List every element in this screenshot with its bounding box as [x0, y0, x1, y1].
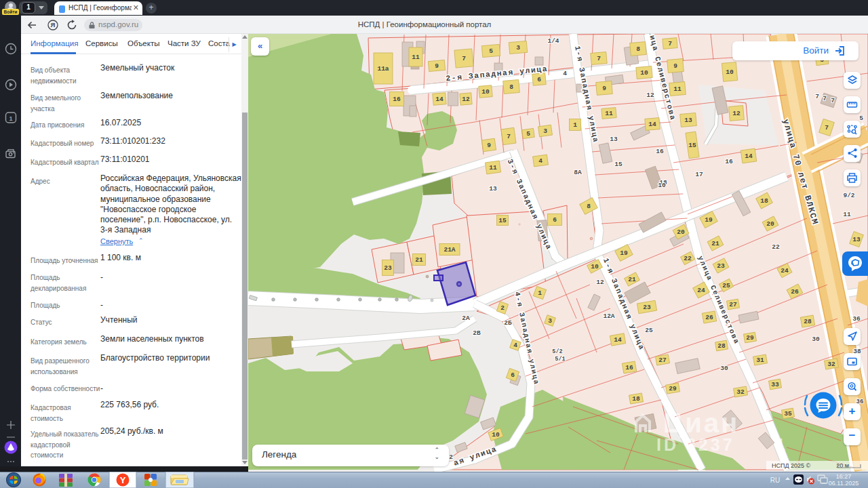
svg-text:1: 1 — [538, 289, 542, 297]
svg-text:29: 29 — [669, 385, 677, 392]
svg-text:12: 12 — [732, 110, 741, 117]
svg-text:15: 15 — [688, 142, 696, 149]
svg-text:19: 19 — [705, 216, 713, 224]
svg-text:8: 8 — [636, 45, 640, 53]
svg-text:19: 19 — [620, 249, 628, 257]
svg-text:10: 10 — [492, 431, 500, 439]
svg-text:4: 4 — [563, 70, 567, 77]
svg-text:9: 9 — [487, 142, 491, 149]
svg-text:32: 32 — [827, 361, 835, 368]
svg-text:5: 5 — [489, 47, 493, 55]
svg-text:7: 7 — [597, 55, 601, 62]
svg-text:10: 10 — [640, 69, 648, 77]
svg-text:28: 28 — [804, 318, 812, 325]
svg-text:10: 10 — [726, 68, 734, 76]
svg-text:4: 4 — [513, 342, 517, 349]
svg-text:8: 8 — [509, 83, 513, 91]
svg-text:7: 7 — [815, 93, 819, 100]
svg-text:9: 9 — [602, 85, 606, 92]
svg-text:11: 11 — [489, 164, 497, 171]
svg-text:30: 30 — [812, 336, 820, 343]
svg-text:5/2: 5/2 — [552, 348, 562, 355]
svg-text:16: 16 — [393, 96, 401, 103]
svg-text:10: 10 — [591, 263, 599, 270]
svg-text:Y: Y — [120, 475, 126, 485]
svg-text:13: 13 — [684, 117, 692, 124]
svg-text:7: 7 — [825, 124, 829, 131]
svg-text:13: 13 — [489, 185, 497, 192]
svg-text:16: 16 — [625, 364, 633, 371]
svg-text:28: 28 — [717, 342, 726, 350]
svg-text:2: 2 — [500, 304, 505, 312]
svg-text:5: 5 — [859, 115, 863, 122]
svg-text:10: 10 — [481, 88, 490, 96]
svg-text:16:27: 16:27 — [836, 473, 852, 480]
svg-text:5/1: 5/1 — [555, 356, 565, 363]
svg-text:1/4: 1/4 — [547, 37, 559, 45]
svg-text:21: 21 — [415, 256, 423, 264]
svg-text:7: 7 — [668, 40, 672, 47]
svg-text:2А: 2А — [462, 314, 470, 322]
svg-text:6: 6 — [537, 76, 541, 83]
svg-text:6: 6 — [511, 371, 515, 379]
svg-text:20: 20 — [766, 220, 774, 228]
svg-text:16: 16 — [656, 148, 664, 155]
svg-text:14: 14 — [745, 152, 753, 160]
svg-text:22: 22 — [772, 243, 780, 251]
svg-text:5: 5 — [526, 130, 530, 138]
svg-text:32: 32 — [736, 388, 745, 396]
svg-text:11: 11 — [412, 54, 420, 61]
svg-text:18: 18 — [760, 197, 768, 205]
svg-text:11: 11 — [673, 85, 682, 93]
svg-text:7: 7 — [823, 95, 827, 102]
svg-text:1: 1 — [573, 121, 577, 129]
svg-text:RU: RU — [770, 476, 780, 484]
svg-text:20: 20 — [677, 228, 685, 236]
svg-text:8: 8 — [587, 203, 591, 210]
svg-text:3: 3 — [543, 127, 547, 135]
svg-text:25: 25 — [722, 282, 730, 289]
svg-text:15: 15 — [498, 217, 507, 224]
svg-text:23: 23 — [384, 264, 392, 272]
svg-text:35: 35 — [784, 410, 792, 418]
svg-text:15: 15 — [614, 161, 623, 168]
svg-text:23: 23 — [643, 304, 651, 311]
svg-text:12А: 12А — [603, 312, 614, 320]
svg-text:36: 36 — [852, 315, 861, 323]
svg-text:2В: 2В — [473, 329, 481, 337]
svg-text:9: 9 — [673, 62, 677, 70]
svg-text:9/2: 9/2 — [843, 192, 854, 199]
svg-text:21А: 21А — [443, 246, 455, 253]
svg-text:17: 17 — [695, 171, 703, 178]
svg-text:12: 12 — [462, 96, 470, 103]
svg-text:11а: 11а — [377, 65, 389, 73]
svg-text:14: 14 — [435, 96, 443, 103]
svg-text:12: 12 — [646, 92, 654, 99]
svg-text:21: 21 — [628, 276, 636, 283]
svg-text:21: 21 — [711, 240, 719, 247]
svg-text:3: 3 — [548, 317, 552, 325]
svg-text:22: 22 — [684, 255, 692, 262]
svg-text:14: 14 — [614, 336, 622, 344]
svg-text:4: 4 — [538, 157, 542, 165]
svg-text:06.11.2025: 06.11.2025 — [829, 480, 859, 487]
svg-text:24: 24 — [697, 287, 705, 294]
svg-text:25: 25 — [645, 327, 653, 334]
svg-text:2Б: 2Б — [504, 319, 512, 327]
svg-text:7: 7 — [462, 55, 466, 62]
svg-text:27: 27 — [729, 301, 737, 308]
svg-text:16: 16 — [725, 158, 733, 165]
svg-text:9: 9 — [435, 62, 439, 70]
svg-text:18: 18 — [632, 395, 640, 403]
svg-text:3: 3 — [516, 44, 520, 52]
svg-text:29: 29 — [746, 334, 754, 342]
svg-text:31: 31 — [756, 357, 764, 364]
svg-text:23: 23 — [717, 262, 725, 270]
svg-text:7: 7 — [507, 133, 511, 140]
svg-text:12: 12 — [596, 279, 604, 286]
svg-text:27: 27 — [658, 357, 667, 364]
svg-text:24: 24 — [781, 267, 789, 274]
svg-text:14: 14 — [648, 121, 656, 128]
svg-text:33: 33 — [771, 381, 779, 388]
svg-text:6: 6 — [553, 216, 557, 224]
